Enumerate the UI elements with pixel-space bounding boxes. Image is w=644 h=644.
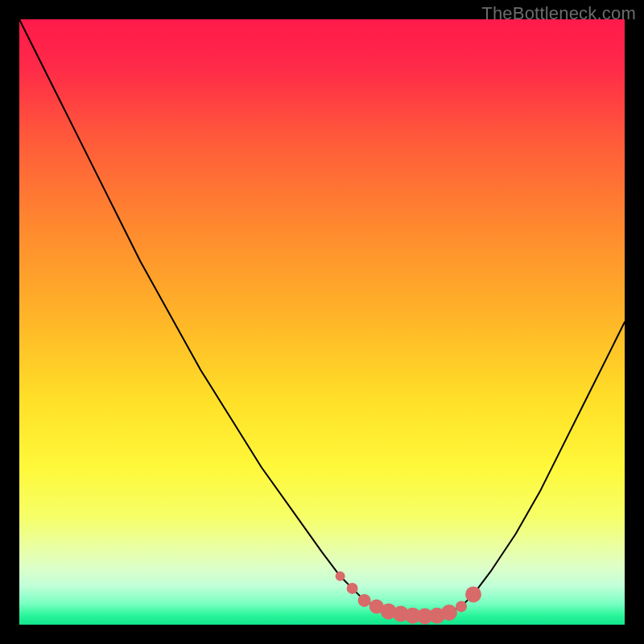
valley-marker	[456, 601, 467, 612]
outer-frame: TheBottleneck.com	[0, 0, 644, 644]
valley-marker	[441, 605, 457, 621]
gradient-bg	[19, 19, 625, 625]
valley-marker	[465, 586, 481, 602]
watermark-text: TheBottleneck.com	[481, 3, 636, 24]
chart-svg	[19, 19, 625, 625]
plot-area	[19, 19, 625, 625]
valley-marker	[347, 583, 358, 594]
valley-marker	[358, 594, 371, 607]
valley-marker	[336, 572, 345, 581]
